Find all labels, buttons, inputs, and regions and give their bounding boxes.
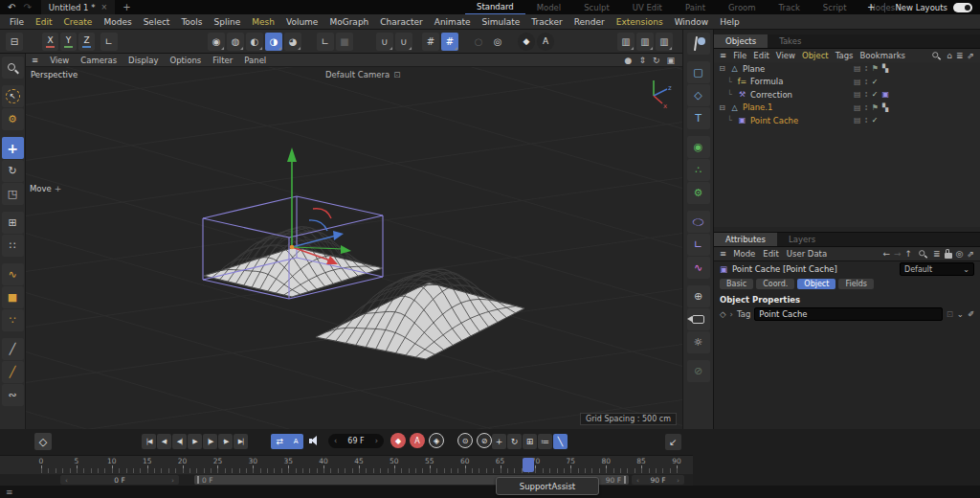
simulate-icon[interactable]: ◆ [518, 33, 535, 51]
enabled-check-icon[interactable]: ✓ [872, 78, 879, 86]
up-icon[interactable]: ↑ [905, 250, 913, 259]
undo-icon[interactable]: ↶ [8, 2, 15, 12]
object-name[interactable]: Point Cache [750, 116, 798, 125]
layout-tab[interactable]: Script [812, 0, 858, 14]
object-tree-row[interactable]: ⊟ △ Plane ▤ : ⚑ ▚ [714, 62, 980, 76]
texture-checker-icon[interactable]: ▚ [882, 103, 888, 112]
attribute-section-tab[interactable]: Fields [838, 279, 874, 289]
spinner-right-icon[interactable]: › [677, 476, 679, 485]
viewport-menu-item[interactable]: Options [169, 56, 201, 65]
object-tree-row[interactable]: └ ▣ Point Cache ▤ : ✓ [714, 114, 980, 127]
light-button[interactable]: ☼ [687, 331, 710, 353]
camera-move-icon[interactable]: ● [625, 56, 633, 65]
camera-rotate-icon[interactable]: ↻ [653, 56, 660, 65]
expander-icon[interactable]: ⊟ [718, 103, 726, 112]
spinner-right-icon[interactable]: › [171, 476, 174, 485]
layout-tab[interactable]: Track [768, 0, 812, 14]
menu-item[interactable]: MoGraph [323, 17, 374, 27]
viewport[interactable]: ≡ ViewCamerasDisplayOptionsFilterPanel ●… [26, 54, 682, 429]
filter-icon[interactable]: ≣ [933, 250, 941, 259]
menu-item[interactable]: Character [374, 17, 428, 27]
frame-increment-icon[interactable]: › [375, 437, 378, 445]
goto-start-button[interactable]: |◀ [142, 434, 156, 449]
visibility-dots-icon[interactable]: : [865, 90, 868, 99]
marker-ruler-icon[interactable]: A [294, 438, 299, 445]
viewport-menu-item[interactable]: View [50, 56, 69, 65]
enable-quantizing-icon[interactable]: # [422, 33, 439, 51]
forward-icon[interactable]: → [894, 250, 902, 259]
keying-mouse-button[interactable]: ⊙ [457, 433, 473, 448]
set-keyframe-button[interactable]: ◇ [34, 433, 52, 450]
panel-tab[interactable]: Objects [714, 34, 768, 48]
goto-end-button[interactable]: ▶| [234, 434, 248, 449]
panel-tab[interactable]: Attributes [714, 233, 777, 246]
layer-icon[interactable]: ▤ [854, 90, 861, 99]
soft-selection-brush-tool[interactable]: ∿ [2, 263, 24, 285]
object-tree-row[interactable]: └ ⚒ Correction ▤ : ✓ ▣ [714, 88, 980, 102]
snap-settings-icon[interactable]: ∪ [395, 33, 412, 51]
menu-item[interactable]: Mesh [246, 17, 280, 27]
current-frame-field[interactable]: ‹ 69 F › [328, 434, 384, 448]
live-pen-button[interactable] [687, 33, 710, 55]
add-layout-button[interactable]: + [861, 2, 880, 12]
workplane-button[interactable]: ∟ [687, 234, 710, 256]
keyframe-badge-icon[interactable]: ⊡ [947, 310, 953, 319]
object-name[interactable]: Plane.1 [743, 102, 772, 112]
subdivision-surface-button[interactable]: ◉ [687, 136, 710, 158]
diamond-keyframe-icon[interactable]: ◇ [720, 309, 726, 319]
live-selection-tool[interactable]: ↖ [2, 85, 24, 107]
document-tab[interactable]: Untitled 1 * × [41, 0, 115, 14]
scale-tool[interactable]: ◳ [2, 183, 24, 205]
spinner-left-icon[interactable]: ‹ [65, 476, 68, 485]
objects-menu-item[interactable]: File [733, 51, 746, 60]
objects-menu-item[interactable]: Tags [835, 51, 854, 60]
camera-zoom-icon[interactable]: ⇕ [638, 56, 646, 65]
enabled-check-icon[interactable]: ✓ [872, 116, 879, 124]
dropdown-icon[interactable]: ⌄ [957, 310, 964, 319]
menu-item[interactable]: Spline [209, 17, 247, 27]
layer-icon[interactable]: ▤ [854, 116, 861, 124]
objects-menu-item[interactable]: Object [802, 51, 829, 60]
attribute-section-tab[interactable]: Coord. [756, 279, 794, 289]
filter-icon[interactable]: ≣ [956, 52, 964, 60]
timeline-ruler[interactable]: 051015202530354045505560657075808590 [0, 455, 693, 475]
visibility-dots-icon[interactable]: : [865, 64, 868, 73]
viewport-camera-label[interactable]: Default Camera ⊡ [325, 70, 400, 79]
key-scale-toggle[interactable]: ⊞ [523, 434, 537, 449]
viewport-hamburger-icon[interactable]: ≡ [32, 56, 38, 65]
viewport-layout-icon[interactable]: ⊟ [6, 33, 23, 51]
lock-z-axis-button[interactable]: Z [78, 33, 95, 51]
record-keyframe-button[interactable]: ◆ [390, 433, 406, 448]
objects-menu-item[interactable]: View [776, 51, 795, 60]
edge-mode-button[interactable]: ◕ [284, 33, 301, 51]
lock-icon[interactable] [945, 253, 952, 259]
prev-key-button[interactable]: ◀· [157, 434, 171, 449]
layout-tab[interactable]: Groom [717, 0, 768, 14]
workplane-lock-icon[interactable]: ■ [336, 33, 353, 51]
key-position-toggle[interactable]: + [492, 434, 506, 449]
attributes-menu-item[interactable]: User Data [787, 249, 827, 259]
clone-brush-tool[interactable]: ∵ [2, 309, 24, 331]
back-icon[interactable]: ← [882, 250, 890, 259]
autokey-button[interactable]: A [410, 433, 425, 448]
search-icon[interactable] [931, 51, 942, 61]
texture-mode-button[interactable]: ◍ [227, 33, 244, 51]
range-left-grip[interactable] [197, 476, 199, 484]
viewport-menu-item[interactable]: Display [128, 56, 158, 65]
layout-tab[interactable]: Model [525, 0, 573, 14]
layer-icon[interactable]: ▤ [854, 78, 861, 86]
status-hamburger-icon[interactable]: ≡ [6, 487, 13, 497]
menu-item[interactable]: Modes [98, 17, 137, 27]
menu-item[interactable]: Help [714, 17, 746, 27]
deformer-button[interactable]: ∿ [687, 257, 710, 279]
attribute-section-tab[interactable]: Basic [720, 279, 753, 289]
keyfram e-selection-button[interactable]: ◈ [429, 433, 444, 448]
layout-tab[interactable]: Sculpt [572, 0, 621, 14]
timeline-window-button[interactable]: ↙ [665, 434, 681, 450]
menu-item[interactable]: Animate [429, 17, 477, 27]
layout-tab[interactable]: Paint [674, 0, 717, 14]
range-end-spinner[interactable]: ‹ 90 F › [632, 475, 684, 485]
menu-item[interactable]: Edit [30, 17, 57, 27]
layout-tab[interactable]: Standard [465, 0, 525, 15]
key-pla-toggle[interactable]: ╲ [553, 434, 568, 449]
